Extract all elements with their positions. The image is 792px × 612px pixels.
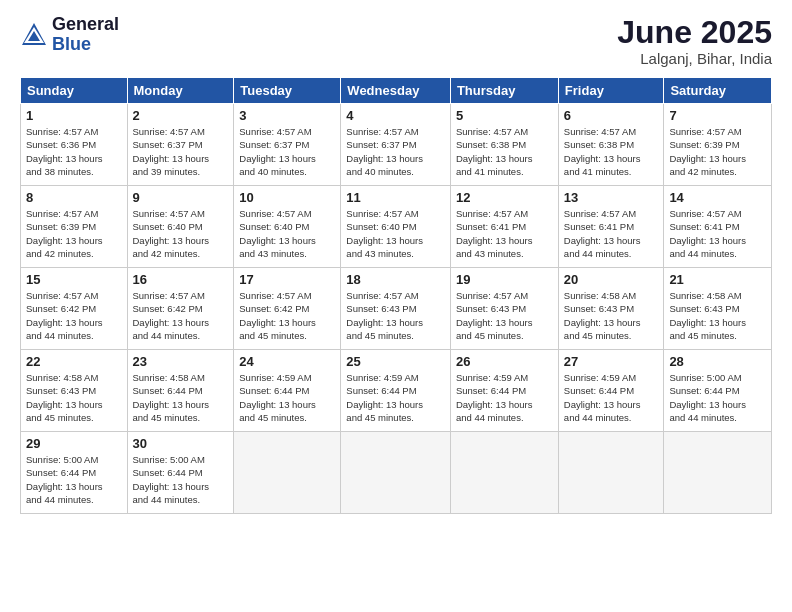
day-number: 18: [346, 272, 445, 287]
table-row: 10Sunrise: 4:57 AMSunset: 6:40 PMDayligh…: [234, 186, 341, 268]
day-info: Sunrise: 4:58 AMSunset: 6:43 PMDaylight:…: [669, 289, 766, 342]
day-info: Sunrise: 5:00 AMSunset: 6:44 PMDaylight:…: [669, 371, 766, 424]
header-tuesday: Tuesday: [234, 78, 341, 104]
month-title: June 2025: [617, 15, 772, 50]
day-info: Sunrise: 4:57 AMSunset: 6:41 PMDaylight:…: [669, 207, 766, 260]
table-row: 20Sunrise: 4:58 AMSunset: 6:43 PMDayligh…: [558, 268, 664, 350]
day-info: Sunrise: 4:57 AMSunset: 6:43 PMDaylight:…: [456, 289, 553, 342]
calendar-week-row: 29Sunrise: 5:00 AMSunset: 6:44 PMDayligh…: [21, 432, 772, 514]
day-number: 17: [239, 272, 335, 287]
day-number: 23: [133, 354, 229, 369]
day-number: 12: [456, 190, 553, 205]
calendar-table: Sunday Monday Tuesday Wednesday Thursday…: [20, 77, 772, 514]
header-sunday: Sunday: [21, 78, 128, 104]
day-info: Sunrise: 4:57 AMSunset: 6:39 PMDaylight:…: [26, 207, 122, 260]
table-row: 3Sunrise: 4:57 AMSunset: 6:37 PMDaylight…: [234, 104, 341, 186]
day-number: 25: [346, 354, 445, 369]
table-row: 16Sunrise: 4:57 AMSunset: 6:42 PMDayligh…: [127, 268, 234, 350]
day-info: Sunrise: 4:57 AMSunset: 6:41 PMDaylight:…: [456, 207, 553, 260]
day-info: Sunrise: 4:57 AMSunset: 6:42 PMDaylight:…: [26, 289, 122, 342]
table-row: [664, 432, 772, 514]
table-row: 15Sunrise: 4:57 AMSunset: 6:42 PMDayligh…: [21, 268, 128, 350]
day-info: Sunrise: 4:57 AMSunset: 6:38 PMDaylight:…: [564, 125, 659, 178]
day-number: 1: [26, 108, 122, 123]
day-info: Sunrise: 4:57 AMSunset: 6:40 PMDaylight:…: [239, 207, 335, 260]
day-number: 21: [669, 272, 766, 287]
day-info: Sunrise: 5:00 AMSunset: 6:44 PMDaylight:…: [133, 453, 229, 506]
header-thursday: Thursday: [450, 78, 558, 104]
table-row: 8Sunrise: 4:57 AMSunset: 6:39 PMDaylight…: [21, 186, 128, 268]
day-number: 5: [456, 108, 553, 123]
table-row: [341, 432, 451, 514]
calendar-week-row: 1Sunrise: 4:57 AMSunset: 6:36 PMDaylight…: [21, 104, 772, 186]
table-row: 24Sunrise: 4:59 AMSunset: 6:44 PMDayligh…: [234, 350, 341, 432]
day-info: Sunrise: 4:57 AMSunset: 6:38 PMDaylight:…: [456, 125, 553, 178]
day-info: Sunrise: 4:57 AMSunset: 6:42 PMDaylight:…: [133, 289, 229, 342]
day-number: 22: [26, 354, 122, 369]
logo-blue: Blue: [52, 35, 119, 55]
table-row: [450, 432, 558, 514]
header-saturday: Saturday: [664, 78, 772, 104]
table-row: 29Sunrise: 5:00 AMSunset: 6:44 PMDayligh…: [21, 432, 128, 514]
day-number: 29: [26, 436, 122, 451]
table-row: 14Sunrise: 4:57 AMSunset: 6:41 PMDayligh…: [664, 186, 772, 268]
location: Lalganj, Bihar, India: [617, 50, 772, 67]
calendar-week-row: 8Sunrise: 4:57 AMSunset: 6:39 PMDaylight…: [21, 186, 772, 268]
day-info: Sunrise: 4:57 AMSunset: 6:42 PMDaylight:…: [239, 289, 335, 342]
day-info: Sunrise: 4:58 AMSunset: 6:44 PMDaylight:…: [133, 371, 229, 424]
table-row: [558, 432, 664, 514]
calendar-week-row: 15Sunrise: 4:57 AMSunset: 6:42 PMDayligh…: [21, 268, 772, 350]
day-number: 9: [133, 190, 229, 205]
day-info: Sunrise: 4:59 AMSunset: 6:44 PMDaylight:…: [564, 371, 659, 424]
header: General Blue June 2025 Lalganj, Bihar, I…: [20, 15, 772, 67]
table-row: 2Sunrise: 4:57 AMSunset: 6:37 PMDaylight…: [127, 104, 234, 186]
day-number: 13: [564, 190, 659, 205]
table-row: 26Sunrise: 4:59 AMSunset: 6:44 PMDayligh…: [450, 350, 558, 432]
logo-text: General Blue: [52, 15, 119, 55]
day-info: Sunrise: 4:57 AMSunset: 6:37 PMDaylight:…: [346, 125, 445, 178]
day-info: Sunrise: 4:57 AMSunset: 6:39 PMDaylight:…: [669, 125, 766, 178]
table-row: 25Sunrise: 4:59 AMSunset: 6:44 PMDayligh…: [341, 350, 451, 432]
day-info: Sunrise: 4:57 AMSunset: 6:40 PMDaylight:…: [346, 207, 445, 260]
table-row: 23Sunrise: 4:58 AMSunset: 6:44 PMDayligh…: [127, 350, 234, 432]
table-row: 17Sunrise: 4:57 AMSunset: 6:42 PMDayligh…: [234, 268, 341, 350]
header-monday: Monday: [127, 78, 234, 104]
table-row: 27Sunrise: 4:59 AMSunset: 6:44 PMDayligh…: [558, 350, 664, 432]
day-info: Sunrise: 4:58 AMSunset: 6:43 PMDaylight:…: [26, 371, 122, 424]
calendar-page: General Blue June 2025 Lalganj, Bihar, I…: [0, 0, 792, 612]
day-info: Sunrise: 4:57 AMSunset: 6:40 PMDaylight:…: [133, 207, 229, 260]
table-row: 6Sunrise: 4:57 AMSunset: 6:38 PMDaylight…: [558, 104, 664, 186]
day-info: Sunrise: 4:57 AMSunset: 6:43 PMDaylight:…: [346, 289, 445, 342]
day-number: 4: [346, 108, 445, 123]
day-info: Sunrise: 4:59 AMSunset: 6:44 PMDaylight:…: [456, 371, 553, 424]
table-row: 30Sunrise: 5:00 AMSunset: 6:44 PMDayligh…: [127, 432, 234, 514]
header-friday: Friday: [558, 78, 664, 104]
day-info: Sunrise: 4:58 AMSunset: 6:43 PMDaylight:…: [564, 289, 659, 342]
day-number: 28: [669, 354, 766, 369]
logo-icon: [20, 21, 48, 49]
header-wednesday: Wednesday: [341, 78, 451, 104]
day-info: Sunrise: 4:57 AMSunset: 6:41 PMDaylight:…: [564, 207, 659, 260]
day-number: 6: [564, 108, 659, 123]
day-number: 16: [133, 272, 229, 287]
table-row: 18Sunrise: 4:57 AMSunset: 6:43 PMDayligh…: [341, 268, 451, 350]
day-number: 27: [564, 354, 659, 369]
logo: General Blue: [20, 15, 119, 55]
table-row: [234, 432, 341, 514]
day-number: 7: [669, 108, 766, 123]
day-number: 11: [346, 190, 445, 205]
day-info: Sunrise: 4:59 AMSunset: 6:44 PMDaylight:…: [346, 371, 445, 424]
calendar-week-row: 22Sunrise: 4:58 AMSunset: 6:43 PMDayligh…: [21, 350, 772, 432]
day-number: 20: [564, 272, 659, 287]
calendar-header-row: Sunday Monday Tuesday Wednesday Thursday…: [21, 78, 772, 104]
day-number: 15: [26, 272, 122, 287]
day-info: Sunrise: 4:57 AMSunset: 6:37 PMDaylight:…: [133, 125, 229, 178]
table-row: 11Sunrise: 4:57 AMSunset: 6:40 PMDayligh…: [341, 186, 451, 268]
table-row: 19Sunrise: 4:57 AMSunset: 6:43 PMDayligh…: [450, 268, 558, 350]
table-row: 28Sunrise: 5:00 AMSunset: 6:44 PMDayligh…: [664, 350, 772, 432]
day-info: Sunrise: 4:59 AMSunset: 6:44 PMDaylight:…: [239, 371, 335, 424]
table-row: 7Sunrise: 4:57 AMSunset: 6:39 PMDaylight…: [664, 104, 772, 186]
day-number: 3: [239, 108, 335, 123]
table-row: 21Sunrise: 4:58 AMSunset: 6:43 PMDayligh…: [664, 268, 772, 350]
day-number: 19: [456, 272, 553, 287]
